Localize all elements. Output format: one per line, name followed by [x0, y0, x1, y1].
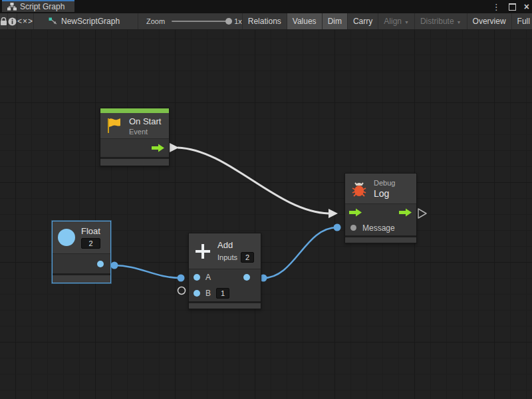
- graph-canvas[interactable]: On Start Event Debug Log: [0, 30, 532, 399]
- tab-strip: Script Graph ⋮ ×: [0, 0, 532, 13]
- window-controls: ⋮ ×: [492, 0, 529, 13]
- dropdown-arrow-icon: ▼: [404, 20, 409, 25]
- node-footer: [53, 275, 110, 283]
- node-title: Add: [217, 240, 254, 250]
- tab-label: Script Graph: [20, 2, 65, 11]
- float-type-icon: [58, 229, 75, 246]
- event-color-bar: [100, 108, 169, 113]
- edit-script-button[interactable]: <×>: [17, 13, 34, 29]
- window-menu-icon[interactable]: ⋮: [492, 3, 501, 11]
- toolbar-button-values[interactable]: Values: [287, 13, 322, 29]
- toolbar-button-distribute[interactable]: Distribute ▼: [414, 13, 467, 29]
- dropdown-arrow-icon: ▼: [457, 20, 462, 25]
- node-footer: [345, 237, 416, 243]
- add-output-port[interactable]: [243, 274, 250, 281]
- zoom-slider-handle[interactable]: [225, 18, 232, 25]
- exec-output-port[interactable]: [152, 144, 165, 152]
- node-title: Float: [81, 226, 100, 236]
- close-icon[interactable]: ×: [524, 2, 529, 11]
- wire-endpoint-dot: [111, 262, 118, 269]
- node-title: Log: [374, 188, 395, 199]
- message-input-port[interactable]: [350, 225, 356, 231]
- toolbar: <×> NewScriptGraph Zoom 1x Relations Val…: [0, 13, 532, 30]
- unconnected-port-circle[interactable]: [178, 287, 186, 295]
- add-icon: [194, 243, 211, 260]
- exec-wire-start-arrow: [170, 143, 179, 152]
- flag-icon: [106, 117, 123, 134]
- script-graph-icon: [7, 3, 17, 11]
- graph-name: NewScriptGraph: [61, 17, 120, 26]
- code-icon: <×>: [17, 17, 33, 26]
- node-subtitle: Debug: [374, 179, 395, 187]
- wire-endpoint-dot: [334, 224, 341, 231]
- value-wire-float-to-add[interactable]: [114, 265, 181, 278]
- exec-wire-end-arrow: [329, 209, 338, 218]
- node-footer: [100, 159, 169, 166]
- node-title: On Start: [129, 116, 161, 126]
- info-icon: [8, 17, 17, 26]
- node-subtitle: Event: [129, 128, 161, 136]
- node-footer: [189, 303, 261, 309]
- port-a-input[interactable]: [194, 274, 200, 281]
- zoom-control: Zoom 1x: [146, 13, 242, 29]
- toolbar-button-carry[interactable]: Carry: [347, 13, 378, 29]
- port-label-message: Message: [362, 223, 395, 233]
- float-value-field[interactable]: 2: [81, 238, 100, 249]
- float-output-port[interactable]: [97, 261, 104, 267]
- zoom-value: 1x: [234, 17, 242, 25]
- graph-selector[interactable]: NewScriptGraph: [34, 13, 138, 29]
- port-b-value-field[interactable]: 1: [216, 288, 229, 299]
- info-button[interactable]: [8, 13, 17, 29]
- toolbar-button-dim[interactable]: Dim: [322, 13, 347, 29]
- lock-icon: [0, 17, 7, 26]
- node-float[interactable]: Float 2: [52, 221, 111, 283]
- bug-icon: [350, 180, 368, 198]
- tab-script-graph[interactable]: Script Graph: [2, 0, 74, 12]
- exec-input-port[interactable]: [349, 208, 362, 217]
- inputs-label: Inputs: [217, 253, 237, 261]
- toolbar-buttons: Relations Values Dim Carry Align ▼ Distr…: [242, 13, 532, 29]
- wires-layer: [0, 30, 532, 399]
- inputs-count-field[interactable]: 2: [241, 252, 254, 263]
- wire-endpoint-dot: [178, 275, 185, 282]
- port-b-input[interactable]: [194, 290, 200, 297]
- graph-asset-icon: [49, 17, 57, 25]
- value-wire-add-to-log[interactable]: [263, 227, 337, 278]
- maximize-icon[interactable]: [509, 3, 516, 11]
- toolbar-button-fullscreen[interactable]: Full S: [511, 13, 532, 29]
- node-on-start[interactable]: On Start Event: [100, 108, 170, 166]
- zoom-slider[interactable]: [172, 21, 229, 22]
- port-label-a: A: [205, 273, 211, 282]
- unconnected-port-triangle[interactable]: [418, 209, 426, 218]
- unity-script-graph-window: { "window": { "tab_label": "Script Graph…: [0, 0, 532, 399]
- toolbar-button-relations[interactable]: Relations: [242, 13, 287, 29]
- node-add[interactable]: Add Inputs 2 A B 1: [188, 233, 261, 309]
- lock-button[interactable]: [0, 13, 8, 29]
- exec-wire[interactable]: [178, 148, 329, 213]
- port-label-b: B: [205, 289, 211, 298]
- toolbar-button-overview[interactable]: Overview: [467, 13, 511, 29]
- toolbar-button-align[interactable]: Align ▼: [378, 13, 414, 29]
- node-debug-log[interactable]: Debug Log Message: [344, 173, 417, 243]
- exec-output-port[interactable]: [399, 208, 412, 217]
- zoom-label: Zoom: [146, 17, 165, 25]
